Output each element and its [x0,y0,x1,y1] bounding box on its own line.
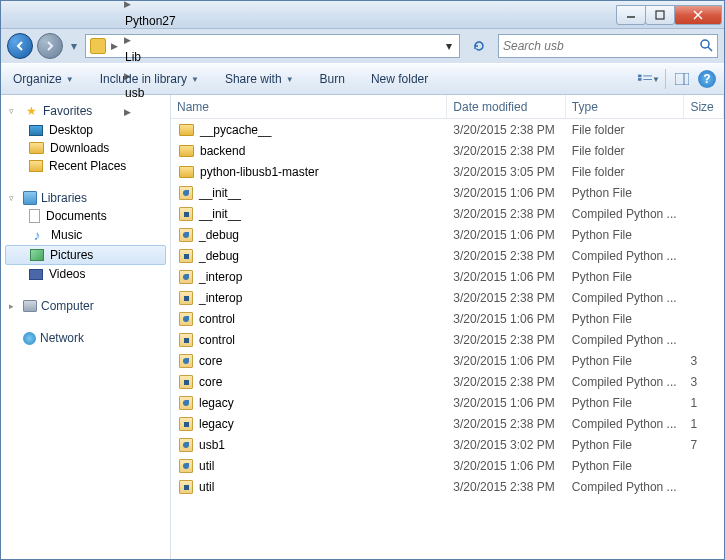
back-button[interactable] [7,33,33,59]
file-date: 3/20/2015 2:38 PM [447,144,566,158]
py-icon [179,312,193,326]
file-date: 3/20/2015 1:06 PM [447,228,566,242]
chevron-right-icon[interactable]: ▶ [121,35,134,45]
file-row[interactable]: core3/20/2015 2:38 PMCompiled Python ...… [171,371,724,392]
burn-label: Burn [320,72,345,86]
file-row[interactable]: _debug3/20/2015 1:06 PMPython File [171,224,724,245]
file-row[interactable]: _interop3/20/2015 2:38 PMCompiled Python… [171,287,724,308]
file-name: python-libusb1-master [200,165,319,179]
newfolder-label: New folder [371,72,428,86]
sidebar-item-recent-places[interactable]: Recent Places [1,157,170,175]
libraries-icon [23,191,37,205]
favorites-label: Favorites [43,104,92,118]
sidebar-item-music[interactable]: ♪Music [1,225,170,245]
file-row[interactable]: python-libusb1-master3/20/2015 3:05 PMFi… [171,161,724,182]
svg-rect-1 [656,11,664,19]
chevron-right-icon[interactable]: ▶ [108,41,121,51]
breadcrumb[interactable]: ▶ Local Disk (C:)▶Python27▶Lib▶usb▶ ▾ [85,34,460,58]
file-name: legacy [199,396,234,410]
burn-button[interactable]: Burn [316,70,349,88]
sidebar-item-pictures[interactable]: Pictures [5,245,166,265]
py-icon [179,186,193,200]
file-type: Python File [566,438,685,452]
desktop-icon [29,125,43,136]
maximize-button[interactable] [645,5,675,25]
history-dropdown[interactable]: ▾ [67,36,81,56]
include-library-menu[interactable]: Include in library▼ [96,70,203,88]
share-with-menu[interactable]: Share with▼ [221,70,298,88]
breadcrumb-dropdown[interactable]: ▾ [441,39,457,53]
divider [665,69,666,89]
file-row[interactable]: usb13/20/2015 3:02 PMPython File7 [171,434,724,455]
py-icon [179,228,193,242]
file-row[interactable]: util3/20/2015 2:38 PMCompiled Python ... [171,476,724,497]
chevron-right-icon[interactable]: ▶ [121,0,134,9]
svg-point-4 [701,40,709,48]
search-icon[interactable] [699,38,713,55]
file-row[interactable]: core3/20/2015 1:06 PMPython File3 [171,350,724,371]
file-row[interactable]: util3/20/2015 1:06 PMPython File [171,455,724,476]
refresh-button[interactable] [468,35,490,57]
sidebar-item-documents[interactable]: Documents [1,207,170,225]
file-row[interactable]: _interop3/20/2015 1:06 PMPython File [171,266,724,287]
file-name: _interop [199,291,242,305]
file-row[interactable]: legacy3/20/2015 1:06 PMPython File1 [171,392,724,413]
sidebar-item-downloads[interactable]: Downloads [1,139,170,157]
help-button[interactable]: ? [698,70,716,88]
breadcrumb-segment[interactable]: Python27 [121,10,208,32]
breadcrumb-segment[interactable]: Lib [121,46,208,68]
collapse-icon: ▿ [9,193,19,203]
sidebar-item-desktop[interactable]: Desktop [1,121,170,139]
file-row[interactable]: backend3/20/2015 2:38 PMFile folder [171,140,724,161]
file-row[interactable]: __init__3/20/2015 1:06 PMPython File [171,182,724,203]
minimize-button[interactable] [616,5,646,25]
py-icon [179,438,193,452]
file-type: Python File [566,228,685,242]
file-date: 3/20/2015 1:06 PM [447,186,566,200]
libraries-header[interactable]: ▿ Libraries [1,189,170,207]
column-header-size[interactable]: Size [684,95,724,118]
file-row[interactable]: __pycache__3/20/2015 2:38 PMFile folder [171,119,724,140]
file-size: 1 [684,396,724,410]
titlebar [1,1,724,29]
pyc-icon [179,417,193,431]
column-header-date[interactable]: Date modified [447,95,566,118]
search-input[interactable] [503,39,699,53]
py-icon [179,270,193,284]
favorites-header[interactable]: ▿ ★ Favorites [1,101,170,121]
close-button[interactable] [674,5,722,25]
file-row[interactable]: _debug3/20/2015 2:38 PMCompiled Python .… [171,245,724,266]
forward-button[interactable] [37,33,63,59]
file-type: Python File [566,354,685,368]
new-folder-button[interactable]: New folder [367,70,432,88]
network-label: Network [40,331,84,345]
network-header[interactable]: Network [1,329,170,347]
file-name: core [199,354,222,368]
column-header-type[interactable]: Type [566,95,685,118]
pic-icon [30,249,44,261]
file-name: __pycache__ [200,123,271,137]
organize-menu[interactable]: Organize▼ [9,70,78,88]
include-label: Include in library [100,72,187,86]
file-list: Name Date modified Type Size __pycache__… [171,95,724,559]
file-size: 3 [684,375,724,389]
file-row[interactable]: control3/20/2015 2:38 PMCompiled Python … [171,329,724,350]
file-type: Compiled Python ... [566,249,685,263]
preview-pane-button[interactable] [670,68,694,90]
network-group: Network [1,329,170,347]
file-row[interactable]: __init__3/20/2015 2:38 PMCompiled Python… [171,203,724,224]
file-row[interactable]: legacy3/20/2015 2:38 PMCompiled Python .… [171,413,724,434]
sidebar-item-videos[interactable]: Videos [1,265,170,283]
search-box[interactable] [498,34,718,58]
column-header-name[interactable]: Name [171,95,447,118]
doc-icon [29,209,40,223]
file-row[interactable]: control3/20/2015 1:06 PMPython File [171,308,724,329]
view-options-button[interactable]: ▼ [637,68,661,90]
file-name: control [199,312,235,326]
computer-header[interactable]: ▸ Computer [1,297,170,315]
file-date: 3/20/2015 2:38 PM [447,480,566,494]
drive-icon [90,38,106,54]
share-label: Share with [225,72,282,86]
computer-label: Computer [41,299,94,313]
file-date: 3/20/2015 1:06 PM [447,354,566,368]
